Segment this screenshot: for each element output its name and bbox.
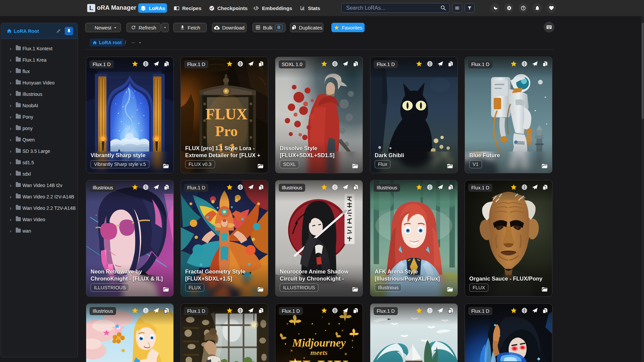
svg-text:FLUX: FLUX [289, 355, 349, 362]
svg-text:Midjourney: Midjourney [292, 337, 346, 349]
